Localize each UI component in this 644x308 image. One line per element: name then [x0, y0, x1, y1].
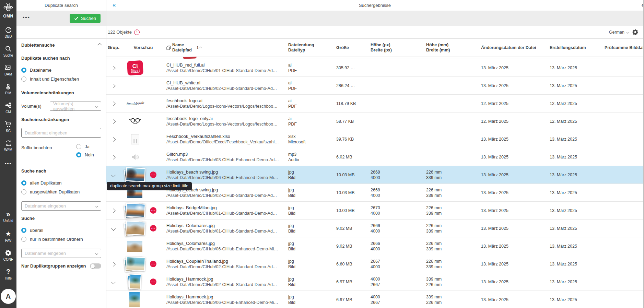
expand-chevron-icon[interactable]	[111, 84, 116, 88]
radio-icon[interactable]	[76, 144, 81, 149]
table-row[interactable]: CIHUB ••• CI_HUB_red_full.ai /Asset-Data…	[106, 59, 643, 77]
expand-chevron-icon[interactable]	[111, 280, 116, 284]
sidebar-item-fav[interactable]: ★ FAV	[0, 230, 16, 242]
asset-modified-date: 13. März 2025	[481, 190, 550, 195]
asset-modified-date: 13. März 2025	[481, 244, 550, 249]
warning-icon[interactable]: !	[134, 29, 140, 35]
radio-icon[interactable]	[21, 228, 26, 233]
asset-path: /Asset-Data/Demo/CIHub/03-CIHub-Enhanced…	[166, 157, 288, 163]
chevron-down-icon	[627, 31, 629, 33]
asset-created-date: 12. März 2025	[550, 119, 605, 124]
column-header-vorschau[interactable]: Vorschau	[120, 45, 166, 50]
asset-name: CI_HUB_red_full.ai	[166, 62, 288, 68]
table-row[interactable]: ••• CI_HUB_white.ai /Asset-Data/Demo/CIH…	[106, 77, 643, 95]
expand-chevron-icon[interactable]	[111, 209, 116, 213]
column-header-gruppe[interactable]: Grup…	[106, 45, 120, 50]
collapse-chevron-icon[interactable]	[97, 43, 102, 47]
asset-modified-date: 13. März 2025	[481, 155, 550, 159]
duplicate-group-badge[interactable]: •••	[150, 279, 156, 285]
asset-ext-type: mp3Audio	[288, 152, 336, 163]
duplicate-group-badge[interactable]: •••	[150, 225, 156, 232]
table-row[interactable]: ••• Holidays_CoupleInThailand.jpg /Asset…	[106, 255, 643, 273]
sidebar-item-dbd[interactable]: DBD	[0, 26, 16, 38]
volume-select[interactable]: Volume(s) auswählen	[50, 102, 101, 111]
expand-chevron-icon[interactable]	[111, 155, 116, 159]
duplicate-group-badge[interactable]: •••	[150, 261, 156, 267]
sidebar-item-hilfe[interactable]: ? Hilfe	[0, 268, 16, 280]
expand-chevron-icon[interactable]	[111, 66, 116, 70]
radio-icon[interactable]	[21, 180, 26, 186]
table-row[interactable]: ••• feschbook_logo_only.ai /Asset-Data/D…	[106, 112, 643, 130]
sidebar-item-conf[interactable]: CONF	[0, 249, 16, 261]
sidebar-item-cm[interactable]: CM	[0, 102, 16, 114]
groups-only-label: Nur Duplikatgruppen anzeigen	[21, 263, 86, 269]
asset-created-date: 13. März 2025	[550, 208, 605, 213]
sidebar-item-dam[interactable]: DAM	[0, 64, 16, 76]
ordner-select[interactable]: Dateiname eingeben	[21, 249, 101, 258]
workflow-icon	[0, 139, 16, 147]
asset-size: 118.79 KB	[336, 101, 371, 106]
user-avatar[interactable]: A	[1, 289, 16, 304]
table-settings-gear-icon[interactable]	[632, 29, 639, 35]
sidebar-item-sc[interactable]: SC	[0, 120, 16, 133]
dateiname-select[interactable]: Dateiname eingeben	[21, 201, 101, 211]
column-header-mm[interactable]: Höhe (mm) Breite (mm)	[426, 43, 481, 53]
partial-scrolled-row[interactable]	[106, 57, 643, 59]
radio-icon[interactable]	[21, 237, 26, 242]
radio-suffix-ja[interactable]: Ja	[76, 144, 94, 149]
suchen-button[interactable]: Suchen	[70, 14, 101, 23]
panel-more-button[interactable]: •••	[23, 14, 30, 20]
radio-icon[interactable]	[21, 76, 26, 82]
table-row[interactable]: ••• Glitch.mp3 /Asset-Data/Demo/CIHub/03…	[106, 148, 643, 166]
groups-only-toggle[interactable]	[90, 263, 101, 269]
table-row[interactable]: ••• Holidays_Colomares.jpg /Asset-Data/D…	[106, 220, 643, 237]
table-row[interactable]: ••• Holidays_Colomares.jpg /Asset-Data/D…	[106, 237, 643, 255]
script-logo-preview: feschbook	[126, 101, 144, 106]
radio-dateiname[interactable]: Dateiname	[21, 68, 101, 73]
column-header-aenderungsdatum[interactable]: Änderungsdatum der Datei	[481, 45, 550, 50]
radio-ausgewaehlten-duplikaten[interactable]: ausgewählten Duplikaten	[21, 189, 101, 194]
table-row[interactable]: feschbook ••• feschbook_logo.ai /Asset-D…	[106, 95, 643, 112]
table-row[interactable]: ••• Holidays_Hammock.jpg /Asset-Data/Dem…	[106, 291, 643, 308]
radio-bestimmte-ordner[interactable]: nur in bestimmten Ordnern	[21, 237, 101, 242]
radio-icon[interactable]	[21, 68, 26, 73]
radio-suffix-nein[interactable]: Nein	[76, 152, 94, 157]
radio-icon[interactable]	[76, 152, 81, 157]
table-row[interactable]: ••• Feschbook_Verkaufszahlen.xlsx /Asset…	[106, 130, 643, 148]
language-dropdown[interactable]: German	[609, 30, 629, 35]
collapse-right-panel-icon[interactable]: «	[642, 0, 643, 10]
expand-chevron-icon[interactable]	[111, 226, 116, 231]
duplicate-group-badge[interactable]: •••	[150, 171, 156, 178]
table-row[interactable]: ••• Holidays_beach swing.jpg /Asset-Data…	[106, 166, 643, 184]
sidebar-item-pim[interactable]: PIM	[0, 83, 16, 95]
section-dublettensuche[interactable]: Dublettensuche	[21, 43, 101, 48]
table-row[interactable]: ••• Holidays_Hammock.jpg /Asset-Data/Dem…	[106, 273, 643, 291]
expand-chevron-icon[interactable]	[111, 262, 116, 266]
sidebar-item-unfold[interactable]: » Unfold	[0, 210, 16, 223]
sidebar-item-suche[interactable]: Suche	[0, 45, 16, 57]
sidebar-item-wfm[interactable]: WFM	[0, 139, 16, 152]
sidebar-item-more[interactable]: •••	[0, 160, 16, 168]
expand-chevron-icon[interactable]	[111, 137, 116, 142]
expand-chevron-icon[interactable]	[111, 173, 116, 177]
column-header-pruefsumme[interactable]: Prüfsumme Bilddatei	[605, 45, 643, 50]
radio-icon[interactable]	[21, 189, 26, 194]
expand-chevron-icon[interactable]	[111, 119, 116, 124]
expand-chevron-icon[interactable]	[111, 102, 116, 106]
radio-allen-duplikaten[interactable]: allen Duplikaten	[21, 180, 101, 186]
radio-ueberall[interactable]: überall	[21, 228, 101, 233]
duplicate-group-badge[interactable]: •••	[150, 207, 156, 214]
column-header-dateiendung[interactable]: Dateiendung Dateityp	[288, 43, 336, 53]
dateiformat-input[interactable]: Dateiformat eingeben	[21, 128, 101, 138]
asset-ext-type: aiPDF	[288, 62, 336, 73]
asset-dimensions-mm: 226 mm339 mm	[426, 205, 481, 216]
radio-inhalt-eigenschaften[interactable]: Inhalt und Eigenschaften	[21, 76, 101, 82]
column-header-erstellungsdatum[interactable]: Erstellungsdatum	[550, 45, 605, 50]
asset-created-date: 13. März 2025	[550, 226, 605, 231]
column-header-px[interactable]: Höhe (px) Breite (px)	[371, 43, 426, 53]
column-header-groesse[interactable]: Größe	[336, 45, 371, 50]
table-row[interactable]: ••• Holidays_BridgeMilan.jpg /Asset-Data…	[106, 202, 643, 220]
column-header-name[interactable]: Name Dateipfad 1	[166, 43, 288, 53]
asset-preview: CIHUB	[123, 59, 148, 76]
omn-logo[interactable]: OMN	[0, 2, 16, 19]
